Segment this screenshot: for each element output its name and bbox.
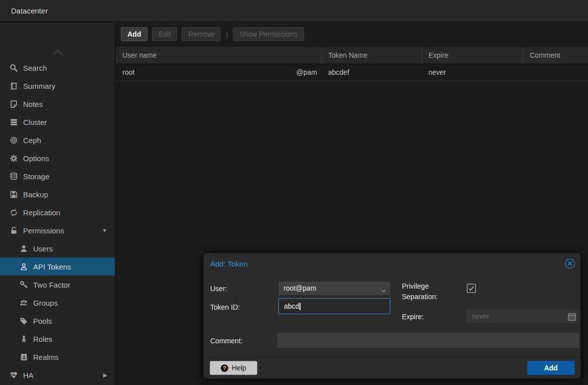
token-id-field-label: Token ID: (210, 303, 240, 311)
page-title: Datacenter (0, 7, 48, 15)
column-header-comment[interactable]: Comment (523, 46, 588, 64)
sidebar-item-label: Backup (23, 190, 48, 199)
sidebar-item-realms[interactable]: Realms (0, 348, 115, 366)
note-icon (9, 100, 19, 108)
sidebar-item-notes[interactable]: Notes (0, 95, 115, 113)
sidebar-item-options[interactable]: Options (0, 149, 115, 167)
sidebar-item-pools[interactable]: Pools (0, 312, 115, 330)
sidebar-scroll-up[interactable] (0, 48, 115, 58)
privilege-separation-checkbox[interactable] (467, 284, 476, 293)
chevron-down-icon[interactable] (380, 285, 387, 299)
sidebar-item-roles[interactable]: Roles (0, 330, 115, 348)
column-header-user-name[interactable]: User name (116, 46, 322, 64)
user-combobox[interactable]: root@pam (278, 282, 390, 295)
show-permissions-button: Show Permissions (233, 27, 304, 41)
caret-down-icon: ▼ (102, 227, 107, 233)
calendar-icon (567, 312, 576, 326)
sidebar-item-label: Roles (33, 335, 52, 343)
tag-icon (19, 317, 29, 325)
heartbeat-icon (9, 371, 19, 379)
expire-field-label: Expire: (402, 313, 424, 321)
sidebar-item-label: Permissions (23, 226, 64, 235)
gear-icon (9, 154, 19, 163)
sidebar-item-groups[interactable]: Groups (0, 294, 115, 312)
sidebar-item-label: Users (33, 244, 53, 253)
sidebar-item-label: Search (23, 64, 47, 72)
ceph-icon (9, 136, 19, 145)
sidebar-item-label: Pools (33, 317, 52, 325)
add-token-dialog: Add: Token User: root@pam Privilege Sepa… (203, 252, 581, 379)
sidebar-item-label: Ceph (23, 136, 41, 145)
sidebar-item-label: Summary (23, 82, 55, 90)
sidebar-item-label: Storage (23, 172, 50, 181)
cell-expire: never (422, 64, 523, 80)
sidebar-item-two-factor[interactable]: Two Factor (0, 276, 115, 294)
app-header: Datacenter (0, 0, 588, 22)
sidebar-item-label: Options (23, 154, 49, 163)
sidebar-item-storage[interactable]: Storage (0, 167, 115, 185)
column-header-token-name[interactable]: Token Name (322, 46, 422, 64)
user-field-label: User: (210, 285, 227, 293)
dialog-add-button[interactable]: Add (527, 361, 574, 375)
sidebar-item-backup[interactable]: Backup (0, 185, 115, 203)
realm-value: @pam (297, 68, 317, 76)
sidebar-item-search[interactable]: Search (0, 59, 115, 77)
expire-input: never (467, 309, 579, 323)
user-icon (19, 244, 29, 253)
proxmox-datacenter-screen: Datacenter SearchSummaryNotesClusterCeph… (0, 0, 588, 385)
table-row[interactable]: root@pamabcdefnever (116, 64, 588, 81)
sidebar-item-users[interactable]: Users (0, 239, 115, 258)
dialog-footer: ? Help Add (204, 357, 580, 378)
comment-input[interactable] (277, 333, 579, 348)
search-icon (9, 64, 19, 72)
users-icon (19, 299, 29, 307)
sidebar-item-ha[interactable]: HA▶ (0, 366, 115, 384)
sidebar-item-label: Notes (23, 100, 43, 108)
toolbar-separator: | (226, 30, 228, 39)
server-stack-icon (9, 118, 19, 126)
expire-placeholder: never (472, 312, 489, 320)
cell-user-name: root@pam (116, 64, 322, 80)
sidebar-item-ceph[interactable]: Ceph (0, 131, 115, 149)
sidebar-item-label: Two Factor (33, 281, 70, 289)
column-header-expire[interactable]: Expire (422, 46, 523, 64)
key-icon (19, 281, 29, 289)
dialog-title: Add: Token (210, 260, 248, 268)
sidebar-item-label: Groups (33, 299, 58, 307)
close-icon[interactable] (564, 258, 575, 269)
user-combobox-value: root@pam (283, 284, 317, 292)
sidebar-item-summary[interactable]: Summary (0, 77, 115, 95)
sidebar-item-replication[interactable]: Replication (0, 203, 115, 221)
sidebar-item-api-tokens[interactable]: API Tokens (0, 258, 115, 276)
sidebar-item-label: Cluster (23, 118, 47, 126)
edit-button: Edit (152, 27, 177, 41)
comment-field-label: Comment: (210, 337, 243, 345)
question-circle-icon: ? (221, 364, 228, 372)
floppy-icon (9, 190, 19, 199)
token-id-input[interactable]: abcd (278, 298, 390, 314)
help-button-label: Help (232, 364, 246, 372)
caret-right-icon: ▶ (103, 372, 107, 378)
toolbar: AddEditRemove|Show Permissions (116, 23, 588, 46)
cell-token-name: abcdef (322, 64, 422, 80)
address-book-icon (19, 353, 29, 361)
dialog-add-label: Add (544, 364, 557, 372)
help-button[interactable]: ? Help (210, 361, 257, 375)
table-body: root@pamabcdefnever (116, 64, 588, 81)
book-icon (9, 82, 19, 90)
sidebar-item-label: API Tokens (33, 263, 71, 271)
sidebar-item-label: Replication (23, 208, 60, 217)
chevron-up-icon (53, 49, 63, 59)
sidebar-item-cluster[interactable]: Cluster (0, 113, 115, 131)
remove-button: Remove (182, 27, 221, 41)
add-button[interactable]: Add (121, 27, 148, 41)
sidebar-item-label: Realms (33, 353, 59, 361)
sidebar: SearchSummaryNotesClusterCephOptionsStor… (0, 23, 115, 385)
table-header: User nameToken NameExpireComment (116, 46, 588, 64)
sync-arrows-icon (9, 208, 19, 217)
user-name-value: root (122, 68, 134, 76)
sidebar-item-permissions[interactable]: Permissions▼ (0, 221, 115, 239)
sidebar-item-label: HA (23, 371, 34, 379)
person-icon (19, 335, 29, 343)
database-icon (9, 172, 19, 181)
